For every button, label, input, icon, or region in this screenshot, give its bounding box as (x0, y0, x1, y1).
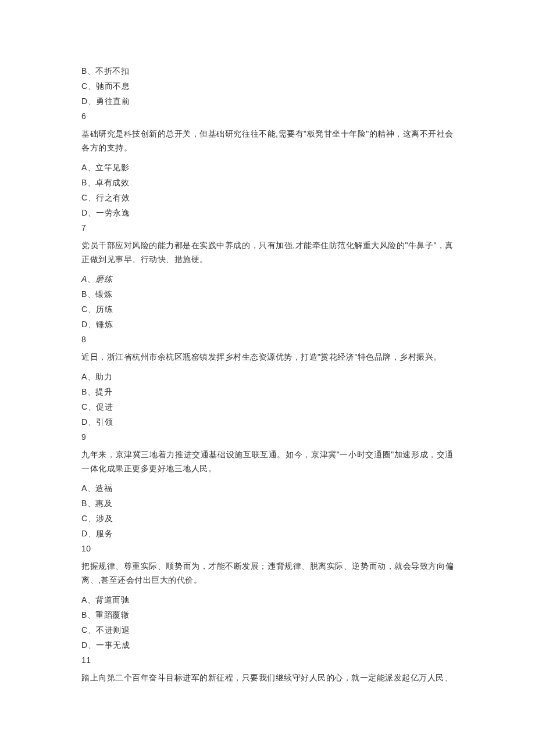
question-stem: 近日，浙江省杭州市余杭区瓶窑镇发挥乡村生态资源优势，打造"赏花经济"特色品牌，乡… (81, 350, 454, 364)
document-page: B、不折不扣 C、驰而不息 D、勇往直前 6 基础研究是科技创新的总开关，但基础… (0, 0, 535, 756)
question-stem: 基础研究是科技创新的总开关，但基础研究往往不能,需要有"板凳甘坐十年险"的精神，… (81, 127, 454, 155)
question-number: 8 (81, 332, 454, 346)
question-10: 10 把握规律、尊重实际、顺势而为，才能不断发展；违背规律、脱离实际、逆势而动，… (81, 542, 454, 652)
option-c: C、驰而不息 (81, 79, 454, 93)
option-b: B、不折不扣 (81, 64, 454, 78)
question-number: 11 (81, 653, 454, 667)
option-c: C、行之有效 (81, 191, 454, 205)
option-c: C、促进 (81, 400, 454, 414)
option-c: C、不进则退 (81, 623, 454, 637)
question-7: 7 党员干部应对风险的能力都是在实践中养成的，只有加强,才能牵住防范化解重大风险… (81, 221, 454, 331)
option-d: D、一劳永逸 (81, 206, 454, 220)
question-stem: 九年来，京津冀三地着力推进交通基础设施互联互通。如今，京津冀"一小时交通圈"加速… (81, 447, 454, 475)
option-a: A、立竿见影 (81, 160, 454, 174)
option-d: D、服务 (81, 526, 454, 540)
option-b: B、锻炼 (81, 287, 454, 301)
option-d: D、锤炼 (81, 317, 454, 331)
question-11: 11 踏上向第二个百年奋斗目标进军的新征程，只要我们继续守好人民的心，就一定能派… (81, 653, 454, 685)
option-d: D、一事无成 (81, 638, 454, 652)
question-number: 7 (81, 221, 454, 235)
option-d: D、勇往直前 (81, 94, 454, 108)
option-d: D、引领 (81, 415, 454, 429)
question-stem: 踏上向第二个百年奋斗目标进军的新征程，只要我们继续守好人民的心，就一定能派发起亿… (81, 671, 454, 685)
option-a: A、背道而驰 (81, 593, 454, 607)
option-c: C、涉及 (81, 511, 454, 525)
question-number: 10 (81, 542, 454, 556)
option-a: A、磨练 (81, 272, 454, 286)
option-c: C、历练 (81, 302, 454, 316)
option-b: B、卓有成效 (81, 175, 454, 189)
question-stem: 把握规律、尊重实际、顺势而为，才能不断发展；违背规律、脱离实际、逆势而动，就会导… (81, 559, 454, 587)
question-number: 6 (81, 109, 454, 123)
question-stem: 党员干部应对风险的能力都是在实践中养成的，只有加强,才能牵住防范化解重大风险的"… (81, 238, 454, 266)
question-5-options-tail: B、不折不扣 C、驰而不息 D、勇往直前 (81, 64, 454, 108)
question-6: 6 基础研究是科技创新的总开关，但基础研究往往不能,需要有"板凳甘坐十年险"的精… (81, 109, 454, 220)
option-a: A、造福 (81, 481, 454, 495)
option-b: B、重蹈覆辙 (81, 608, 454, 622)
question-9: 9 九年来，京津冀三地着力推进交通基础设施互联互通。如今，京津冀"一小时交通圈"… (81, 430, 454, 540)
option-a: A、助力 (81, 370, 454, 384)
option-b: B、惠及 (81, 496, 454, 510)
option-b: B、提升 (81, 385, 454, 399)
question-8: 8 近日，浙江省杭州市余杭区瓶窑镇发挥乡村生态资源优势，打造"赏花经济"特色品牌… (81, 332, 454, 429)
question-number: 9 (81, 430, 454, 444)
